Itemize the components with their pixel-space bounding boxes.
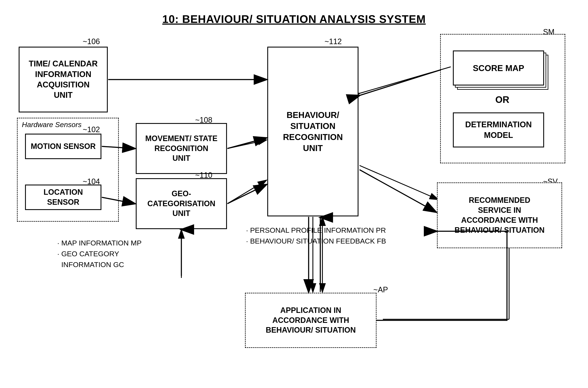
ref-110: ~110 bbox=[195, 171, 212, 180]
ref-112: ~112 bbox=[325, 37, 342, 46]
svg-line-25 bbox=[227, 138, 266, 148]
ref-102: ~102 bbox=[83, 125, 100, 134]
personal-profile-text: · PERSONAL PROFILE INFORMATION PR· BEHAV… bbox=[246, 225, 386, 246]
geo-cat-box: GEO-CATEGORISATIONUNIT bbox=[136, 178, 227, 229]
svg-line-26 bbox=[227, 185, 266, 204]
determination-model-box: DETERMINATIONMODEL bbox=[453, 112, 544, 147]
time-calendar-box: TIME/ CALENDARINFORMATIONACQUISITIONUNIT bbox=[19, 47, 108, 112]
map-info-text: · MAP INFORMATION MP· GEO CATEGORY INFOR… bbox=[57, 238, 141, 270]
ref-106: ~106 bbox=[83, 37, 100, 46]
or-label: OR bbox=[495, 94, 509, 105]
diagram-container: 10: BEHAVIOUR/ SITUATION ANALYSIS SYSTEM bbox=[0, 0, 588, 388]
location-sensor-box: LOCATION SENSOR bbox=[25, 185, 101, 210]
recommended-service-box: RECOMMENDEDSERVICE INACCORDANCE WITHBEHA… bbox=[437, 182, 562, 248]
application-box: APPLICATION INACCORDANCE WITHBEHAVIOUR/ … bbox=[245, 293, 376, 348]
score-map-box: SCORE MAP bbox=[453, 50, 544, 85]
svg-line-10 bbox=[359, 166, 438, 199]
svg-line-28 bbox=[359, 170, 436, 212]
ref-104: ~104 bbox=[83, 177, 100, 186]
hardware-sensors-label: Hardware Sensors bbox=[22, 121, 82, 129]
svg-line-27 bbox=[359, 70, 440, 96]
svg-line-7 bbox=[227, 140, 266, 148]
svg-line-8 bbox=[227, 180, 266, 204]
behaviour-recognition-box: BEHAVIOUR/SITUATIONRECOGNITIONUNIT bbox=[267, 47, 358, 216]
main-title: 10: BEHAVIOUR/ SITUATION ANALYSIS SYSTEM bbox=[162, 13, 426, 25]
motion-sensor-box: MOTION SENSOR bbox=[25, 134, 101, 159]
movement-state-box: MOVEMENT/ STATERECOGNITIONUNIT bbox=[136, 123, 227, 174]
ref-108: ~108 bbox=[195, 116, 212, 124]
svg-line-9 bbox=[359, 67, 451, 93]
ref-sm: SM bbox=[543, 27, 555, 36]
